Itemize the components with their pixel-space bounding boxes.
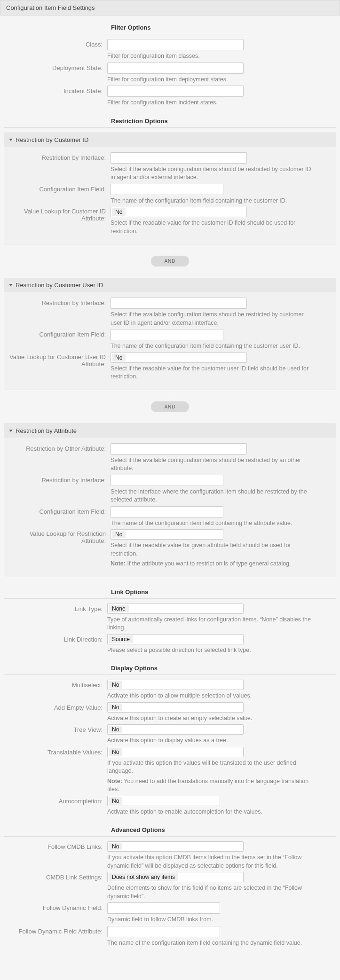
hint-link-direction: Please select a possible direction for s…	[107, 646, 331, 655]
label-follow-dynamic-field: Follow Dynamic Field:	[4, 902, 107, 911]
label-lookup-cuid-2: Attribute:	[7, 361, 106, 368]
hint-follow-dynamic-attr: The name of the configuration item field…	[107, 939, 331, 948]
hint-add-empty: Activate this option to create an empty …	[107, 714, 331, 723]
select-link-direction[interactable]: Source	[107, 634, 244, 644]
hint-ci-field-cid: The name of the configuration item field…	[111, 197, 327, 205]
select-lookup-cid-value: No	[112, 208, 126, 216]
section-link-options: Link Options	[111, 580, 336, 599]
select-link-type-value: None	[109, 605, 129, 612]
select-multiselect-value: No	[109, 681, 122, 689]
hint-translatable: If you activate this option the values w…	[107, 759, 331, 776]
select-translatable[interactable]: No	[107, 747, 244, 757]
chevron-down-icon	[9, 284, 13, 286]
input-ci-field-cid[interactable]	[111, 184, 223, 195]
select-lookup-cid[interactable]: No	[111, 207, 247, 217]
hint-lookup-cuid: Select if the readable value for the cus…	[111, 365, 327, 381]
hint-restriction-interface-cuid: Select if the available configuration it…	[111, 311, 327, 327]
connector-and-1: AND	[4, 247, 336, 275]
label-translatable: Translatable Values:	[4, 747, 107, 756]
select-lookup-cuid-value: No	[112, 354, 126, 361]
label-add-empty: Add Empty Value:	[4, 702, 107, 711]
hint-class: Filter for configuration item classes.	[107, 52, 331, 61]
select-follow-cmdb-value: No	[109, 843, 122, 850]
section-display-options: Display Options	[111, 656, 336, 675]
hint-tree-view: Activate this option to display values a…	[107, 737, 331, 745]
label-tree-view: Tree View:	[4, 724, 107, 733]
label-restriction-interface-cid: Restriction by Interface:	[7, 152, 111, 161]
hint-autocompletion: Activate this option to enable autocompl…	[107, 808, 331, 816]
hint-restriction-other: Select if the available configuration it…	[111, 456, 327, 473]
label-restriction-other: Restriction by Other Attribute:	[7, 443, 111, 452]
select-link-type[interactable]: None	[107, 604, 244, 614]
input-restriction-interface-cid[interactable]	[111, 152, 247, 164]
and-pill: AND	[151, 401, 189, 412]
label-multiselect: Multiselect:	[4, 680, 107, 689]
hint-follow-dynamic-field: Dynamic field to follow CMDB links from.	[107, 916, 331, 924]
select-add-empty[interactable]: No	[107, 702, 244, 713]
label-cmdb-link-settings: CMDB Link Settings:	[4, 872, 107, 881]
hint-restriction-interface-cid: Select if the available configuration it…	[111, 165, 327, 182]
label-ci-field-cuid: Configuration Item Field:	[7, 329, 111, 338]
input-restriction-interface-cuid[interactable]	[111, 298, 247, 309]
content-area: Filter Options Class: Filter for configu…	[0, 16, 340, 958]
select-multiselect[interactable]: No	[107, 680, 244, 690]
label-class: Class:	[4, 39, 107, 48]
input-ci-field-attr[interactable]	[111, 506, 223, 517]
input-incident-state[interactable]	[107, 86, 244, 97]
panel-title: Configuration Item Field Settings	[0, 0, 340, 16]
label-restriction-interface-cuid: Restriction by Interface:	[7, 298, 111, 306]
chevron-down-icon	[9, 139, 13, 141]
input-follow-dynamic-attr[interactable]	[107, 926, 220, 937]
chevron-down-icon	[9, 430, 13, 432]
hint-lookup-cid: Select if the readable value for the cus…	[111, 219, 327, 235]
widget-header-customer-id[interactable]: Restriction by Customer ID	[4, 133, 336, 147]
select-tree-view-value: No	[109, 726, 122, 733]
select-autocompletion[interactable]: No	[107, 796, 220, 806]
hint-link-type: Type of automatically created links for …	[107, 616, 331, 632]
input-follow-dynamic-field[interactable]	[107, 902, 220, 914]
select-tree-view[interactable]: No	[107, 724, 244, 735]
label-link-type: Link Type:	[4, 604, 107, 612]
section-restriction-options: Restriction Options	[111, 109, 336, 128]
label-follow-dynamic-attr: Follow Dynamic Field Attribute:	[4, 926, 107, 935]
label-ci-field-attr: Configuration Item Field:	[7, 506, 111, 515]
label-lookup-cid-1: Value Lookup for Customer ID	[7, 208, 106, 215]
widget-title-attribute: Restriction by Attribute	[16, 427, 77, 434]
label-link-direction: Link Direction:	[4, 634, 107, 643]
widget-title-customer-user-id: Restriction by Customer User ID	[16, 282, 103, 289]
section-filter-options: Filter Options	[111, 16, 336, 34]
hint-ci-field-attr: The name of the configuration item field…	[111, 519, 327, 528]
input-class[interactable]	[107, 39, 244, 50]
hint-multiselect: Activate this option to allow multiple s…	[107, 692, 331, 700]
input-restriction-interface-attr[interactable]	[111, 475, 223, 486]
hint-restriction-interface-attr: Select the interface where the configura…	[111, 488, 327, 504]
and-pill: AND	[151, 256, 189, 267]
input-ci-field-cuid[interactable]	[111, 329, 223, 340]
hint-deployment-state: Filter for configuration item deployment…	[107, 76, 331, 84]
label-follow-cmdb: Follow CMDB Links:	[4, 841, 107, 850]
note-lookup-attr: Note: If the attribute you want to restr…	[111, 560, 327, 568]
select-cmdb-link-settings[interactable]: Does not show any items	[107, 872, 244, 882]
label-lookup-cuid-1: Value Lookup for Customer User ID	[7, 353, 106, 361]
select-translatable-value: No	[109, 748, 122, 756]
select-lookup-cuid[interactable]: No	[111, 353, 247, 363]
select-follow-cmdb[interactable]: No	[107, 841, 244, 852]
widget-header-attribute[interactable]: Restriction by Attribute	[4, 424, 336, 438]
label-lookup-attr-2: Attribute:	[7, 537, 106, 544]
input-deployment-state[interactable]	[107, 63, 244, 74]
label-lookup-attr-1: Value Lookup for Restriction	[7, 530, 106, 537]
label-lookup-cid-2: Attribute:	[7, 215, 106, 222]
hint-ci-field-cuid: The name of the configuration item field…	[111, 342, 327, 351]
section-advanced-options: Advanced Options	[111, 818, 336, 837]
select-lookup-attr-value: No	[112, 531, 126, 538]
widget-restriction-customer-id: Restriction by Customer ID Restriction b…	[4, 133, 336, 245]
select-link-direction-value: Source	[109, 635, 133, 643]
widget-header-customer-user-id[interactable]: Restriction by Customer User ID	[4, 278, 336, 292]
label-ci-field-cid: Configuration Item Field:	[7, 184, 111, 193]
hint-cmdb-link-settings: Define elements to show for this field i…	[107, 884, 331, 901]
select-lookup-attr[interactable]: No	[111, 529, 223, 540]
select-cmdb-link-settings-value: Does not show any items	[109, 873, 178, 881]
widget-restriction-customer-user-id: Restriction by Customer User ID Restrict…	[4, 278, 336, 390]
widget-restriction-attribute: Restriction by Attribute Restriction by …	[4, 423, 336, 577]
input-restriction-other[interactable]	[111, 443, 247, 455]
